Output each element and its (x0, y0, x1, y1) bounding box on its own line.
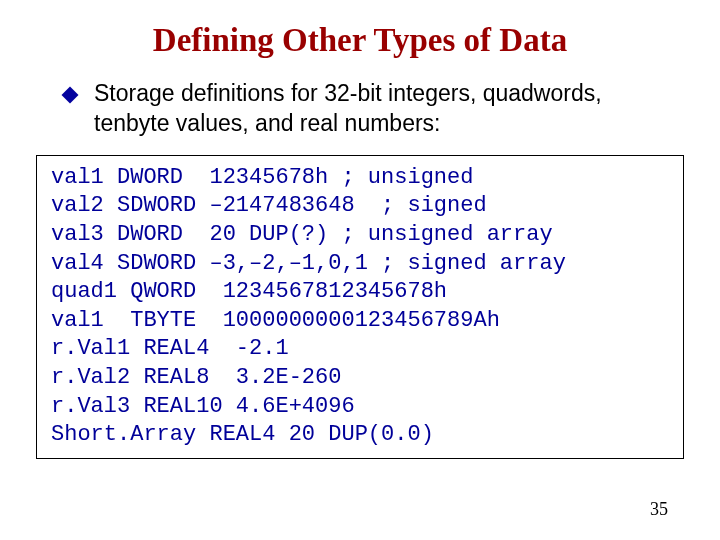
code-line: val1 TBYTE 1000000000123456789Ah (51, 307, 669, 336)
code-line: val3 DWORD 20 DUP(?) ; unsigned array (51, 221, 669, 250)
code-line: r.Val1 REAL4 -2.1 (51, 335, 669, 364)
diamond-bullet-icon (62, 87, 79, 104)
code-line: quad1 QWORD 1234567812345678h (51, 278, 669, 307)
code-line: r.Val3 REAL10 4.6E+4096 (51, 393, 669, 422)
code-line: r.Val2 REAL8 3.2E-260 (51, 364, 669, 393)
code-line: val1 DWORD 12345678h ; unsigned (51, 164, 669, 193)
bullet-text: Storage definitions for 32-bit integers,… (94, 79, 680, 139)
page-number: 35 (650, 499, 668, 520)
code-line: val4 SDWORD –3,–2,–1,0,1 ; signed array (51, 250, 669, 279)
bullet-row: Storage definitions for 32-bit integers,… (0, 79, 720, 139)
code-block: val1 DWORD 12345678h ; unsigned val2 SDW… (36, 155, 684, 459)
slide-title: Defining Other Types of Data (0, 0, 720, 79)
code-line: val2 SDWORD –2147483648 ; signed (51, 192, 669, 221)
code-line: Short.Array REAL4 20 DUP(0.0) (51, 421, 669, 450)
